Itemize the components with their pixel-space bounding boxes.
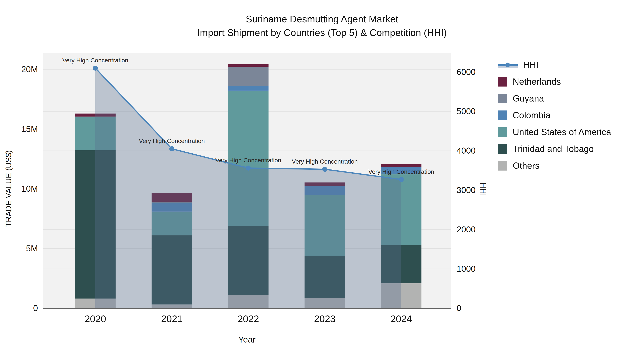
- y-right-tick-3000: 3000: [456, 185, 476, 195]
- legend-label: Netherlands: [513, 76, 561, 87]
- guyana-swatch-icon: [498, 94, 507, 103]
- x-tick-2022: 2022: [238, 313, 259, 324]
- y-left-tick-20M: 20M: [21, 64, 38, 74]
- annotation-2022: Very High Concentration: [216, 157, 282, 164]
- others-swatch-icon: [498, 161, 507, 171]
- y-axis-right-title: HHI: [478, 136, 488, 243]
- hhi-line-icon: [498, 60, 518, 70]
- y-right-tick-5000: 5000: [456, 106, 476, 116]
- legend-item-others[interactable]: Others: [498, 157, 611, 174]
- hhi-marker-2022[interactable]: [246, 166, 251, 171]
- hhi-marker-2024[interactable]: [399, 177, 404, 182]
- chart-title-line1: Suriname Desmutting Agent Market: [0, 12, 644, 26]
- x-tick-2024: 2024: [390, 313, 412, 324]
- y-right-tick-1000: 1000: [456, 264, 476, 274]
- x-tick-2023: 2023: [314, 313, 336, 324]
- bar-segment-2022-colombia[interactable]: [228, 86, 268, 91]
- y-right-tick-0: 0: [456, 303, 461, 313]
- legend-item-hhi[interactable]: HHI: [498, 56, 611, 73]
- bar-segment-2022-guyana[interactable]: [228, 67, 268, 86]
- legend-label: Colombia: [513, 110, 550, 120]
- y-left-tick-0: 0: [33, 303, 38, 313]
- x-axis-title: Year: [43, 335, 451, 345]
- hhi-marker-2021[interactable]: [170, 146, 174, 151]
- colombia-swatch-icon: [498, 110, 507, 120]
- y-left-tick-5M: 5M: [26, 244, 38, 253]
- y-right-tick-4000: 4000: [456, 146, 476, 155]
- y-right-tick-6000: 6000: [456, 67, 476, 77]
- bar-segment-2022-netherlands[interactable]: [228, 64, 268, 67]
- hhi-marker-2023[interactable]: [322, 167, 327, 172]
- legend-label: Others: [513, 161, 540, 171]
- legend-item-trinidad-and-tobago[interactable]: Trinidad and Tobago: [498, 140, 611, 157]
- bar-segment-2024-netherlands[interactable]: [381, 164, 422, 167]
- chart-canvas: Very High ConcentrationVery High Concent…: [0, 0, 644, 362]
- legend-label: HHI: [523, 60, 538, 70]
- chart-title-line2: Import Shipment by Countries (Top 5) & C…: [0, 26, 644, 39]
- y-axis-left-title: TRADE VALUE (US$): [4, 135, 13, 242]
- legend-item-netherlands[interactable]: Netherlands: [498, 73, 611, 90]
- y-left-tick-10M: 10M: [21, 184, 38, 193]
- legend-label: Trinidad and Tobago: [513, 144, 594, 154]
- annotation-2023: Very High Concentration: [292, 158, 358, 165]
- trinidad-and-tobago-swatch-icon: [498, 144, 507, 154]
- chart-title: Suriname Desmutting Agent Market Import …: [0, 12, 644, 39]
- netherlands-swatch-icon: [498, 77, 507, 86]
- legend-item-usa[interactable]: United States of America: [498, 124, 611, 140]
- legend-label: United States of America: [513, 127, 611, 137]
- annotation-2021: Very High Concentration: [139, 137, 205, 144]
- legend-item-colombia[interactable]: Colombia: [498, 107, 611, 124]
- x-tick-2021: 2021: [161, 313, 182, 324]
- legend-item-guyana[interactable]: Guyana: [498, 90, 611, 107]
- legend-label: Guyana: [513, 93, 544, 104]
- y-right-tick-2000: 2000: [456, 225, 476, 234]
- chart-figure: Suriname Desmutting Agent Market Import …: [0, 0, 644, 362]
- legend: HHI Netherlands Guyana Colombia United S…: [498, 56, 611, 174]
- y-left-tick-15M: 15M: [21, 124, 38, 134]
- x-tick-2020: 2020: [84, 313, 106, 324]
- annotation-2024: Very High Concentration: [368, 168, 434, 175]
- usa-swatch-icon: [498, 127, 507, 137]
- annotation-2020: Very High Concentration: [62, 57, 128, 64]
- hhi-marker-2020[interactable]: [93, 66, 98, 71]
